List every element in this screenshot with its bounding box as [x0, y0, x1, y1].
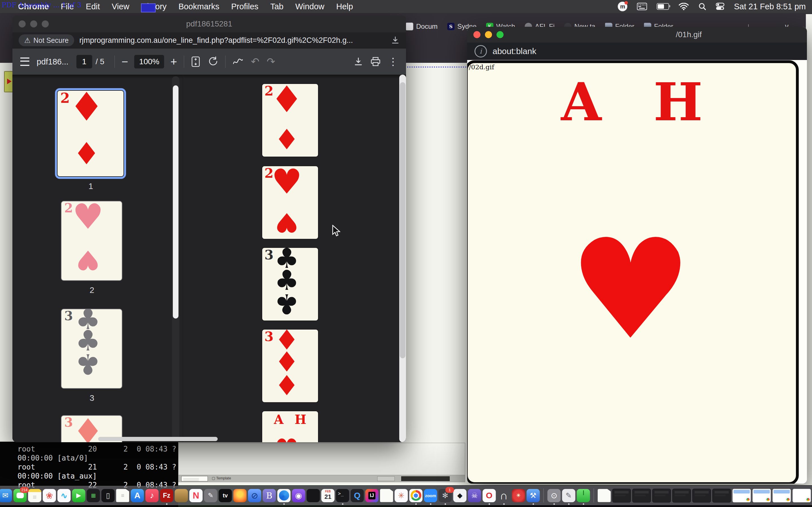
photos[interactable]: ❀ [43, 489, 56, 502]
notification-app-icon[interactable]: m [618, 2, 627, 11]
info-icon[interactable]: i [474, 45, 487, 57]
rotate-icon[interactable] [208, 56, 218, 67]
sidebar-scrollbar-thumb[interactable] [173, 86, 179, 319]
divider[interactable] [544, 489, 544, 503]
music[interactable]: ♪ [146, 489, 159, 502]
keyboard-icon[interactable] [637, 3, 647, 10]
app-blocked[interactable]: ⊘ [248, 489, 261, 502]
chrome[interactable] [409, 489, 423, 502]
xcode[interactable]: ⚒ [527, 489, 540, 502]
system-settings[interactable]: ✻ 1 [439, 489, 452, 502]
document[interactable] [380, 489, 393, 502]
poker-app[interactable]: ✴ [512, 489, 525, 502]
fit-page-icon[interactable] [191, 56, 200, 67]
main-scrollbar-thumb[interactable] [400, 82, 405, 358]
zoom-level[interactable]: 100% [134, 55, 164, 68]
freeform[interactable]: ∿ [57, 489, 71, 502]
zoom-out-button[interactable]: − [121, 56, 128, 67]
download-icon[interactable] [391, 36, 400, 45]
minimized-window[interactable] [632, 489, 651, 503]
textedit[interactable]: ≡ [116, 489, 130, 502]
filezilla[interactable]: Fz [160, 489, 173, 502]
minimized-window[interactable] [693, 489, 711, 503]
purple-app[interactable]: ☠ [468, 489, 481, 502]
bbedit[interactable]: B [263, 489, 276, 502]
redo-icon[interactable]: ↷ [267, 56, 275, 68]
inkscape[interactable]: ◆ [453, 489, 467, 502]
menu-item[interactable]: Profiles [231, 2, 259, 11]
battery-icon[interactable] [657, 3, 669, 10]
menu-item[interactable]: Edit [86, 2, 100, 11]
messages[interactable]: 214 [13, 489, 27, 502]
accessibility-tool[interactable]: ⊙ [548, 489, 561, 502]
stylus-notes[interactable]: ✎ [562, 489, 575, 502]
annotate-icon[interactable] [232, 57, 244, 66]
minimized-window[interactable] [712, 489, 731, 503]
minimized-chrome-window[interactable] [793, 489, 811, 503]
menu-item[interactable]: Tab [270, 2, 284, 11]
control-center-icon[interactable] [716, 3, 724, 10]
app-store[interactable]: A [131, 489, 144, 502]
page-number-input[interactable]: 1 [77, 55, 92, 68]
news[interactable]: N [190, 489, 203, 502]
dock-icon-glyph: ❀ [46, 491, 53, 501]
download-pdf-icon[interactable] [354, 57, 363, 66]
spotlight-search-icon[interactable] [698, 3, 706, 10]
utility-dark[interactable]: ▦ [87, 489, 100, 502]
minimized-window[interactable] [652, 489, 671, 503]
mail[interactable]: ✉ [0, 489, 12, 502]
green-mouse[interactable] [577, 489, 590, 502]
url-text[interactable]: rjmprogramming.com.au/one_line_find.php?… [79, 36, 391, 45]
terminal[interactable]: >_ [336, 489, 349, 502]
url-text[interactable]: about:blank [493, 47, 536, 56]
bookmark-item[interactable]: Docum [405, 22, 438, 31]
minimized-window[interactable] [672, 489, 691, 503]
menu-icon[interactable] [20, 57, 29, 66]
iphone-mirroring[interactable]: ▯ [101, 489, 115, 502]
not-secure-badge[interactable]: ⚠ Not Secure [18, 34, 74, 46]
pdf-thumbnail[interactable]: 2 ♦♦ 1 [57, 90, 124, 191]
pdf-thumbnail[interactable]: 3 ♣♣♣ 3 [61, 309, 123, 403]
firefox[interactable] [234, 489, 247, 502]
menu-item[interactable]: Window [295, 2, 324, 11]
paint[interactable]: ✳ [395, 489, 408, 502]
wifi-icon[interactable] [679, 3, 689, 10]
mamp[interactable]: ∩ [497, 489, 511, 502]
minimized-window[interactable] [612, 489, 631, 503]
quicktime[interactable]: Q [351, 489, 364, 502]
podcasts[interactable]: ◉ [292, 489, 305, 502]
menubar-clock[interactable]: Sat 21 Feb 8:51 pm [734, 2, 806, 11]
taskbar-button[interactable] [377, 476, 395, 481]
intellij[interactable]: IJ [365, 489, 378, 502]
facetime[interactable]: ▶ [72, 489, 86, 502]
minimized-chrome-window[interactable] [732, 489, 751, 503]
opera[interactable]: O [483, 489, 496, 502]
window-controls[interactable] [473, 31, 504, 38]
window-controls[interactable] [18, 20, 49, 27]
safari[interactable] [277, 489, 291, 502]
dark-app[interactable] [307, 489, 320, 502]
calendar[interactable]: FEB 21 [321, 489, 335, 502]
menu-item[interactable]: Help [336, 2, 353, 11]
taskbar-check-label[interactable]: ▢ Template [212, 476, 231, 480]
horizontal-scrollbar[interactable] [98, 437, 218, 441]
taskbar-window-button[interactable] [181, 476, 208, 482]
menu-item[interactable]: View [112, 2, 129, 11]
print-icon[interactable] [370, 57, 380, 66]
gimp[interactable]: ✎ [204, 489, 217, 502]
notes[interactable]: ≡ [28, 489, 42, 502]
zoom[interactable]: zoom [424, 489, 437, 502]
apple-tv[interactable]: tv [219, 489, 232, 502]
zoom-in-button[interactable]: + [170, 56, 177, 67]
undo-icon[interactable]: ↶ [251, 56, 259, 68]
pdf-window-titlebar[interactable]: pdf18615281 [12, 15, 406, 33]
minimized-chrome-window[interactable] [772, 489, 791, 503]
more-options-icon[interactable]: ⋮ [388, 56, 398, 68]
image-window-titlebar[interactable]: /01h.gif [467, 27, 807, 43]
pdf-thumbnail[interactable]: 2 ♥♥ 2 [61, 201, 123, 295]
minimized-chrome-window[interactable] [753, 489, 771, 503]
menu-item[interactable]: Bookmarks [179, 2, 219, 11]
taskbar-input[interactable] [401, 476, 450, 481]
keynote-gold[interactable] [175, 489, 188, 502]
archive-file[interactable] [598, 489, 611, 502]
